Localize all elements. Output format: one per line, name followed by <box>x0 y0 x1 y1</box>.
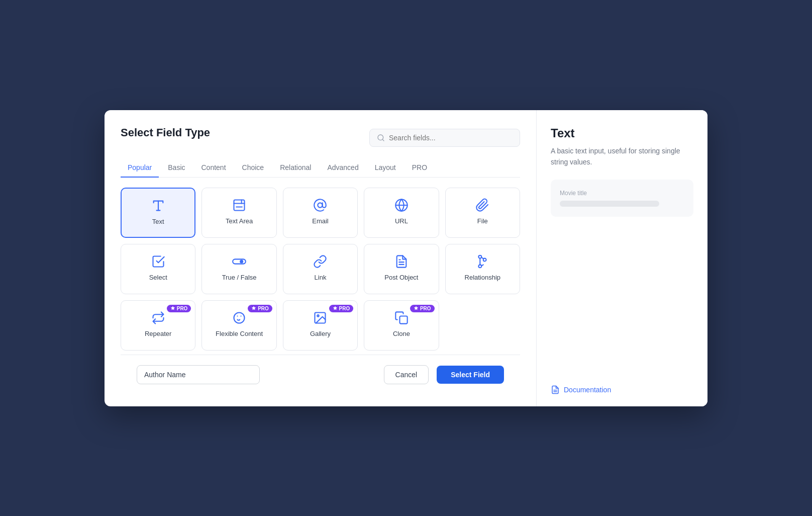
field-card-relationship[interactable]: Relationship <box>445 244 520 294</box>
file-icon <box>475 198 489 212</box>
search-input[interactable] <box>389 134 513 142</box>
modal-left-panel: Select Field Type Popular Basic Content … <box>105 110 537 406</box>
field-card-repeater[interactable]: PRO Repeater <box>121 300 195 351</box>
modal-right-panel: Text A basic text input, useful for stor… <box>537 110 707 406</box>
documentation-link[interactable]: Documentation <box>551 385 693 394</box>
field-card-text-label: Text <box>152 218 164 225</box>
field-card-email-label: Email <box>312 217 329 225</box>
tab-bar: Popular Basic Content Choice Relational … <box>121 159 520 178</box>
pro-badge-repeater: PRO <box>167 305 191 312</box>
tab-advanced[interactable]: Advanced <box>320 159 365 178</box>
select-icon <box>151 254 165 269</box>
tab-content[interactable]: Content <box>194 159 233 178</box>
tab-popular[interactable]: Popular <box>121 159 159 178</box>
preview-input-bar <box>560 201 659 207</box>
clone-icon <box>394 311 409 325</box>
right-panel-title: Text <box>551 126 693 140</box>
field-card-file-label: File <box>477 217 488 225</box>
modal-dialog: Select Field Type Popular Basic Content … <box>105 110 707 406</box>
flexiblecontent-icon <box>232 311 246 325</box>
field-card-file[interactable]: File <box>445 188 520 238</box>
tab-layout[interactable]: Layout <box>368 159 403 178</box>
pro-badge-gallery: PRO <box>329 305 354 312</box>
svg-point-14 <box>234 312 245 323</box>
field-card-clone[interactable]: PRO Clone <box>364 300 439 351</box>
field-card-textarea-label: Text Area <box>226 217 253 225</box>
svg-point-7 <box>318 203 323 207</box>
search-icon <box>377 133 385 142</box>
field-card-flexiblecontent[interactable]: PRO Flexible Content <box>201 300 276 351</box>
field-card-clone-label: Clone <box>393 330 410 337</box>
text-icon <box>151 199 165 213</box>
url-icon <box>394 198 409 212</box>
field-card-gallery[interactable]: PRO Gallery <box>283 300 358 351</box>
svg-point-16 <box>318 315 320 317</box>
modal-footer: Cancel Select Field <box>121 355 520 394</box>
tab-relational[interactable]: Relational <box>273 159 318 178</box>
documentation-label: Documentation <box>564 386 611 394</box>
field-card-url[interactable]: URL <box>364 188 439 238</box>
field-card-textarea[interactable]: Text Area <box>201 188 276 238</box>
truefalse-icon <box>232 254 246 269</box>
repeater-icon <box>151 311 165 325</box>
preview-label: Movie title <box>560 190 684 197</box>
pro-badge-flexiblecontent: PRO <box>248 305 272 312</box>
gallery-icon <box>313 311 327 325</box>
svg-rect-4 <box>234 200 245 210</box>
pro-badge-clone: PRO <box>410 305 435 312</box>
field-grid: Text Text Area <box>121 188 520 355</box>
email-icon <box>313 198 327 212</box>
field-card-flexiblecontent-label: Flexible Content <box>216 330 263 337</box>
right-panel-description: A basic text input, useful for storing s… <box>551 145 693 168</box>
cancel-button[interactable]: Cancel <box>384 365 429 384</box>
field-card-text[interactable]: Text <box>121 188 195 238</box>
doc-icon <box>551 385 560 394</box>
modal-title: Select Field Type <box>121 126 210 139</box>
svg-rect-10 <box>233 259 246 264</box>
svg-point-11 <box>240 260 243 263</box>
field-card-email[interactable]: Email <box>283 188 358 238</box>
field-card-truefalse[interactable]: True / False <box>201 244 276 294</box>
field-name-input[interactable] <box>137 365 260 384</box>
field-card-gallery-label: Gallery <box>310 330 331 337</box>
svg-line-1 <box>382 139 384 141</box>
select-field-button[interactable]: Select Field <box>437 366 504 384</box>
tab-pro[interactable]: PRO <box>405 159 434 178</box>
field-card-select[interactable]: Select <box>121 244 195 294</box>
link-icon <box>313 254 327 269</box>
textarea-icon <box>232 198 246 212</box>
relationship-icon <box>475 254 489 269</box>
field-card-relationship-label: Relationship <box>465 274 501 281</box>
field-card-repeater-label: Repeater <box>145 330 171 337</box>
preview-box: Movie title <box>551 180 693 217</box>
field-card-link-label: Link <box>315 274 327 281</box>
field-card-postobject[interactable]: Post Object <box>364 244 439 294</box>
right-spacer <box>551 227 693 377</box>
modal-header: Select Field Type <box>121 126 520 149</box>
field-card-select-label: Select <box>149 274 167 281</box>
field-card-link[interactable]: Link <box>283 244 358 294</box>
field-card-truefalse-label: True / False <box>222 274 257 281</box>
search-box[interactable] <box>369 129 520 147</box>
tab-basic[interactable]: Basic <box>161 159 192 178</box>
svg-rect-17 <box>399 316 407 323</box>
tab-choice[interactable]: Choice <box>235 159 271 178</box>
modal-body: Select Field Type Popular Basic Content … <box>105 110 707 406</box>
field-card-url-label: URL <box>395 217 408 225</box>
field-card-postobject-label: Post Object <box>384 274 418 281</box>
postobject-icon <box>394 254 409 269</box>
